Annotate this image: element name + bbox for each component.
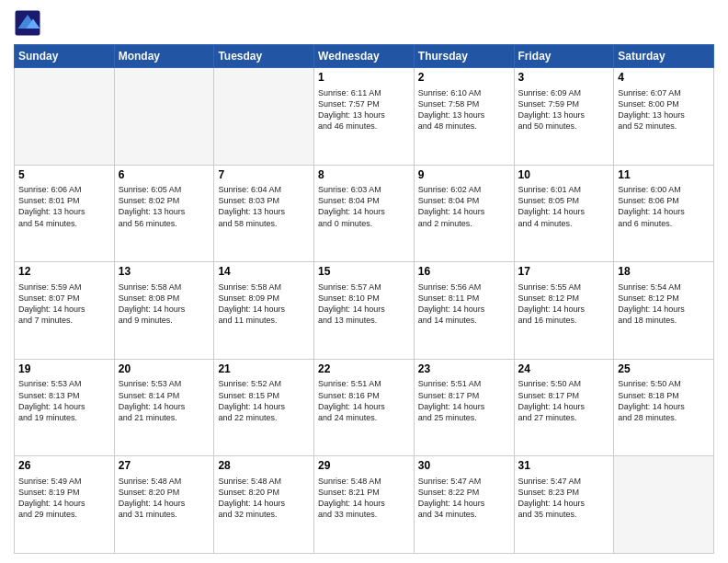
day-number: 8	[318, 168, 410, 183]
week-row-3: 12Sunrise: 5:59 AM Sunset: 8:07 PM Dayli…	[15, 262, 714, 360]
calendar-cell: 18Sunrise: 5:54 AM Sunset: 8:12 PM Dayli…	[614, 262, 714, 360]
calendar-cell: 13Sunrise: 5:58 AM Sunset: 8:08 PM Dayli…	[114, 262, 214, 360]
calendar-cell	[614, 456, 714, 554]
day-info: Sunrise: 6:07 AM Sunset: 8:00 PM Dayligh…	[618, 87, 710, 132]
day-info: Sunrise: 6:09 AM Sunset: 7:59 PM Dayligh…	[518, 87, 610, 132]
day-number: 13	[119, 265, 210, 280]
day-number: 29	[318, 459, 410, 474]
calendar-cell: 30Sunrise: 5:47 AM Sunset: 8:22 PM Dayli…	[414, 456, 514, 554]
day-info: Sunrise: 5:58 AM Sunset: 8:09 PM Dayligh…	[218, 282, 310, 327]
day-info: Sunrise: 5:58 AM Sunset: 8:08 PM Dayligh…	[119, 282, 210, 327]
calendar-cell: 14Sunrise: 5:58 AM Sunset: 8:09 PM Dayli…	[214, 262, 314, 360]
calendar-cell	[114, 68, 214, 166]
day-number: 18	[618, 265, 710, 280]
week-row-4: 19Sunrise: 5:53 AM Sunset: 8:13 PM Dayli…	[15, 359, 714, 456]
calendar-cell: 2Sunrise: 6:10 AM Sunset: 7:58 PM Daylig…	[414, 68, 514, 166]
weekday-header-sunday: Sunday	[15, 45, 115, 68]
calendar-cell: 28Sunrise: 5:48 AM Sunset: 8:20 PM Dayli…	[214, 456, 314, 554]
day-number: 21	[218, 362, 310, 377]
calendar-cell	[15, 68, 115, 166]
calendar-cell: 23Sunrise: 5:51 AM Sunset: 8:17 PM Dayli…	[414, 359, 514, 456]
day-info: Sunrise: 6:00 AM Sunset: 8:06 PM Dayligh…	[618, 184, 710, 229]
weekday-header-row: SundayMondayTuesdayWednesdayThursdayFrid…	[15, 45, 714, 68]
week-row-5: 26Sunrise: 5:49 AM Sunset: 8:19 PM Dayli…	[15, 456, 714, 554]
day-info: Sunrise: 5:54 AM Sunset: 8:12 PM Dayligh…	[618, 282, 710, 327]
day-number: 22	[318, 362, 410, 377]
calendar-cell: 6Sunrise: 6:05 AM Sunset: 8:02 PM Daylig…	[114, 165, 214, 262]
day-number: 25	[618, 362, 710, 377]
calendar-cell: 15Sunrise: 5:57 AM Sunset: 8:10 PM Dayli…	[314, 262, 415, 360]
day-number: 9	[418, 168, 510, 183]
day-info: Sunrise: 6:04 AM Sunset: 8:03 PM Dayligh…	[218, 184, 310, 229]
day-number: 11	[618, 168, 710, 183]
day-number: 24	[518, 362, 610, 377]
calendar-cell: 4Sunrise: 6:07 AM Sunset: 8:00 PM Daylig…	[614, 68, 714, 166]
calendar-cell: 5Sunrise: 6:06 AM Sunset: 8:01 PM Daylig…	[15, 165, 115, 262]
weekday-header-saturday: Saturday	[614, 45, 714, 68]
day-info: Sunrise: 6:05 AM Sunset: 8:02 PM Dayligh…	[119, 184, 210, 229]
day-info: Sunrise: 5:51 AM Sunset: 8:16 PM Dayligh…	[318, 378, 410, 423]
logo-icon	[14, 9, 41, 37]
day-number: 30	[418, 459, 510, 474]
day-info: Sunrise: 6:11 AM Sunset: 7:57 PM Dayligh…	[318, 87, 410, 132]
calendar-cell: 27Sunrise: 5:48 AM Sunset: 8:20 PM Dayli…	[114, 456, 214, 554]
day-info: Sunrise: 6:06 AM Sunset: 8:01 PM Dayligh…	[18, 184, 110, 229]
calendar-cell: 3Sunrise: 6:09 AM Sunset: 7:59 PM Daylig…	[514, 68, 614, 166]
calendar-cell: 21Sunrise: 5:52 AM Sunset: 8:15 PM Dayli…	[214, 359, 314, 456]
day-info: Sunrise: 6:01 AM Sunset: 8:05 PM Dayligh…	[518, 184, 610, 229]
day-info: Sunrise: 5:57 AM Sunset: 8:10 PM Dayligh…	[318, 282, 410, 327]
calendar-cell: 16Sunrise: 5:56 AM Sunset: 8:11 PM Dayli…	[414, 262, 514, 360]
day-info: Sunrise: 5:53 AM Sunset: 8:13 PM Dayligh…	[18, 378, 110, 423]
day-info: Sunrise: 6:10 AM Sunset: 7:58 PM Dayligh…	[418, 87, 510, 132]
day-number: 10	[518, 168, 610, 183]
calendar-cell	[214, 68, 314, 166]
day-info: Sunrise: 5:52 AM Sunset: 8:15 PM Dayligh…	[218, 378, 310, 423]
calendar-cell: 9Sunrise: 6:02 AM Sunset: 8:04 PM Daylig…	[414, 165, 514, 262]
calendar-cell: 17Sunrise: 5:55 AM Sunset: 8:12 PM Dayli…	[514, 262, 614, 360]
day-info: Sunrise: 5:47 AM Sunset: 8:23 PM Dayligh…	[518, 476, 610, 521]
day-info: Sunrise: 5:50 AM Sunset: 8:17 PM Dayligh…	[518, 378, 610, 423]
day-number: 2	[418, 71, 510, 86]
calendar-cell: 20Sunrise: 5:53 AM Sunset: 8:14 PM Dayli…	[114, 359, 214, 456]
day-number: 3	[518, 71, 610, 86]
day-number: 1	[318, 71, 410, 86]
day-number: 23	[418, 362, 510, 377]
day-info: Sunrise: 5:49 AM Sunset: 8:19 PM Dayligh…	[18, 476, 110, 521]
day-info: Sunrise: 5:56 AM Sunset: 8:11 PM Dayligh…	[418, 282, 510, 327]
calendar-cell: 7Sunrise: 6:04 AM Sunset: 8:03 PM Daylig…	[214, 165, 314, 262]
weekday-header-wednesday: Wednesday	[314, 45, 415, 68]
day-number: 6	[119, 168, 210, 183]
header	[14, 9, 714, 37]
day-number: 12	[18, 265, 110, 280]
day-number: 17	[518, 265, 610, 280]
day-info: Sunrise: 6:03 AM Sunset: 8:04 PM Dayligh…	[318, 184, 410, 229]
day-number: 16	[418, 265, 510, 280]
day-number: 5	[18, 168, 110, 183]
week-row-1: 1Sunrise: 6:11 AM Sunset: 7:57 PM Daylig…	[15, 68, 714, 166]
calendar-cell: 29Sunrise: 5:48 AM Sunset: 8:21 PM Dayli…	[314, 456, 415, 554]
weekday-header-monday: Monday	[114, 45, 214, 68]
day-number: 26	[18, 459, 110, 474]
logo	[14, 9, 45, 37]
page: SundayMondayTuesdayWednesdayThursdayFrid…	[0, 0, 728, 563]
day-number: 14	[218, 265, 310, 280]
day-info: Sunrise: 5:59 AM Sunset: 8:07 PM Dayligh…	[18, 282, 110, 327]
day-number: 28	[218, 459, 310, 474]
calendar-cell: 25Sunrise: 5:50 AM Sunset: 8:18 PM Dayli…	[614, 359, 714, 456]
calendar-cell: 8Sunrise: 6:03 AM Sunset: 8:04 PM Daylig…	[314, 165, 415, 262]
calendar-cell: 10Sunrise: 6:01 AM Sunset: 8:05 PM Dayli…	[514, 165, 614, 262]
day-info: Sunrise: 5:48 AM Sunset: 8:20 PM Dayligh…	[218, 476, 310, 521]
day-number: 20	[119, 362, 210, 377]
day-info: Sunrise: 6:02 AM Sunset: 8:04 PM Dayligh…	[418, 184, 510, 229]
day-number: 27	[119, 459, 210, 474]
calendar-cell: 24Sunrise: 5:50 AM Sunset: 8:17 PM Dayli…	[514, 359, 614, 456]
calendar-cell: 1Sunrise: 6:11 AM Sunset: 7:57 PM Daylig…	[314, 68, 415, 166]
weekday-header-thursday: Thursday	[414, 45, 514, 68]
calendar-table: SundayMondayTuesdayWednesdayThursdayFrid…	[14, 44, 714, 554]
day-info: Sunrise: 5:55 AM Sunset: 8:12 PM Dayligh…	[518, 282, 610, 327]
day-info: Sunrise: 5:53 AM Sunset: 8:14 PM Dayligh…	[119, 378, 210, 423]
day-number: 4	[618, 71, 710, 86]
day-info: Sunrise: 5:51 AM Sunset: 8:17 PM Dayligh…	[418, 378, 510, 423]
weekday-header-friday: Friday	[514, 45, 614, 68]
calendar-cell: 12Sunrise: 5:59 AM Sunset: 8:07 PM Dayli…	[15, 262, 115, 360]
